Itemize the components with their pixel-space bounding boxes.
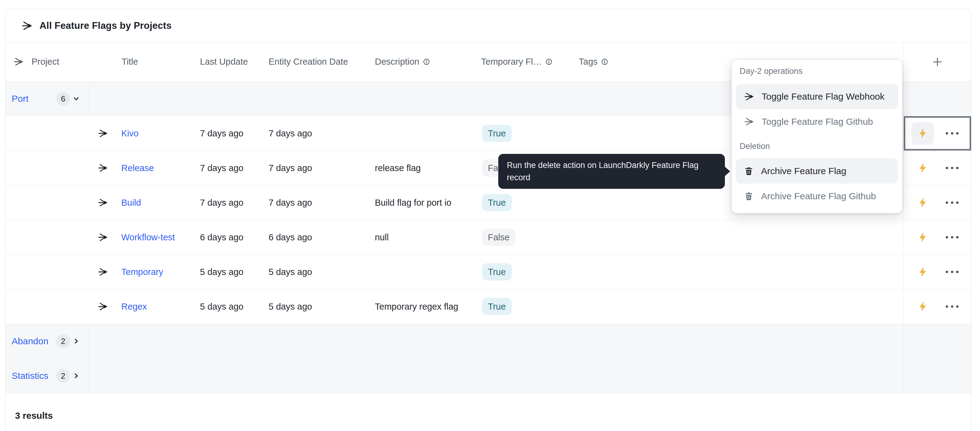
last-update-cell: 5 days ago [198,289,267,324]
actions-cell [904,116,971,150]
menu-item-toggle-feature-flag-webhook[interactable]: Toggle Feature Flag Webhook [736,84,898,109]
row-more-actions-button[interactable] [945,302,959,311]
flag-badge: True [482,298,512,315]
row-more-actions-button[interactable] [945,164,959,172]
group-actions-cell [904,359,971,393]
group-row-abandon[interactable]: Abandon 2 [5,324,971,359]
table-row-regex: Regex 5 days ago 5 days ago Temporary re… [5,289,971,324]
page: All Feature Flags by Projects ProjectTit… [0,0,980,431]
actions-cell [904,185,971,220]
actions-cell [904,151,971,185]
row-more-actions-button[interactable] [945,233,959,241]
menu-item-label: Toggle Feature Flag Github [762,117,873,127]
entity-link[interactable]: Build [121,198,141,208]
run-action-button[interactable] [912,260,934,283]
menu-item-archive-feature-flag-github[interactable]: Archive Feature Flag Github [736,184,898,209]
chevron-right-icon[interactable] [72,337,80,345]
lightning-bolt-icon [917,267,928,278]
title-cell: Release [89,151,198,185]
page-title: All Feature Flags by Projects [40,20,172,31]
group-cell: Port 6 [5,81,89,116]
entity-link[interactable]: Temporary [121,267,163,277]
title-cell: Kivo [89,116,198,150]
description-cell [374,116,480,150]
entity-link[interactable]: Workflow-test [121,232,175,243]
info-icon[interactable] [601,58,608,65]
group-link[interactable]: Abandon [12,336,48,346]
menu-section-label: Day-2 operations [736,65,898,78]
column-header-label: Entity Creation Date [269,57,348,67]
flag-badge: True [482,194,512,211]
title-cell: Workflow-test [89,220,198,254]
row-more-actions-button[interactable] [945,268,959,276]
menu-item-archive-feature-flag[interactable]: Archive Feature Flag [736,158,898,184]
run-action-button[interactable] [912,295,934,318]
run-action-button[interactable] [912,122,934,145]
actions-cell [904,255,971,289]
temporary-flag-cell: True [480,289,576,324]
group-cell: Statistics 2 [5,359,89,393]
entity-creation-date-cell: 7 days ago [267,185,374,220]
group-count-badge: 2 [56,334,70,348]
column-header-label: Description [375,57,419,67]
info-icon[interactable] [423,58,430,65]
column-header-temporary_flag: Temporary Fl… [480,42,576,81]
chevron-down-icon[interactable] [72,95,80,103]
row-more-actions-button[interactable] [945,198,959,207]
run-action-button[interactable] [912,156,934,179]
description-cell: Temporary regex flag [374,289,480,324]
info-icon[interactable] [546,58,552,65]
table-row-temporary: Temporary 5 days ago 5 days ago True [5,255,971,289]
entity-link[interactable]: Release [121,163,154,173]
tags-cell [576,255,904,289]
row-more-actions-button[interactable] [945,129,959,137]
project-cell [5,289,89,324]
run-action-button[interactable] [912,191,934,214]
results-footer: 3 results [5,393,971,421]
column-header-label: Last Update [200,57,248,67]
lightning-bolt-icon [917,128,928,139]
column-header-label: Project [32,57,59,67]
entity-link[interactable]: Kivo [121,128,138,139]
add-column-button[interactable] [928,53,947,71]
chevron-right-icon[interactable] [72,372,80,380]
action-tooltip: Run the delete action on LaunchDarkly Fe… [498,154,725,189]
menu-section-label: Deletion [736,140,898,153]
temporary-flag-cell: True [480,255,576,289]
lightning-bolt-icon [917,197,928,208]
temporary-flag-cell: True [480,185,576,220]
entity-link[interactable]: Regex [121,302,147,312]
port-arrow-icon [21,20,33,32]
trash-icon [744,191,754,201]
column-header-label: Temporary Fl… [481,57,542,67]
port-arrow-icon [98,163,108,173]
flag-badge: False [482,229,515,246]
flag-badge: True [482,263,512,281]
lightning-bolt-icon [917,163,928,174]
group-count-badge: 6 [56,92,70,106]
port-arrow-icon [98,197,108,208]
menu-item-label: Archive Feature Flag [761,166,846,176]
menu-item-toggle-feature-flag-github[interactable]: Toggle Feature Flag Github [736,109,898,134]
project-cell [5,255,89,289]
description-cell: null [374,220,480,254]
temporary-flag-cell: True [480,116,576,150]
menu-item-label: Toggle Feature Flag Webhook [762,91,885,102]
description-cell: Build flag for port io [374,185,480,220]
entity-creation-date-cell: 7 days ago [267,151,374,185]
group-link[interactable]: Statistics [12,370,48,381]
group-row-spacer [89,324,904,358]
group-link[interactable]: Port [12,94,29,104]
project-cell [5,220,89,254]
description-cell: release flag [374,151,480,185]
actions-cell [904,289,971,324]
group-row-statistics[interactable]: Statistics 2 [5,359,971,393]
actions-cell [904,220,971,254]
last-update-cell: 7 days ago [198,116,267,150]
last-update-cell: 5 days ago [198,255,267,289]
run-action-button[interactable] [912,226,934,249]
title-cell: Regex [89,289,198,324]
tags-cell [576,289,904,324]
group-row-spacer [89,359,904,393]
port-arrow-icon [98,267,108,277]
